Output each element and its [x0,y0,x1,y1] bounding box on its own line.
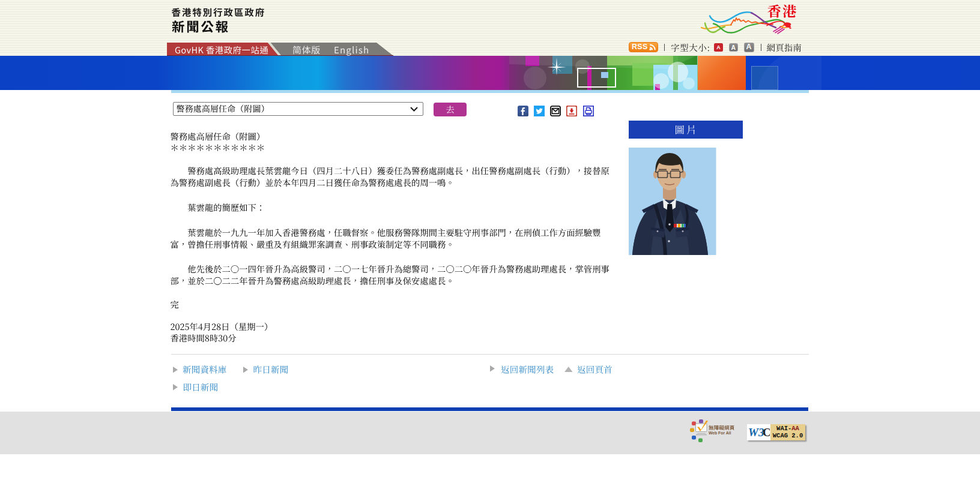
svg-text:W3: W3 [748,426,764,439]
svg-text:C: C [763,426,770,439]
svg-text:Web For All: Web For All [709,431,731,435]
